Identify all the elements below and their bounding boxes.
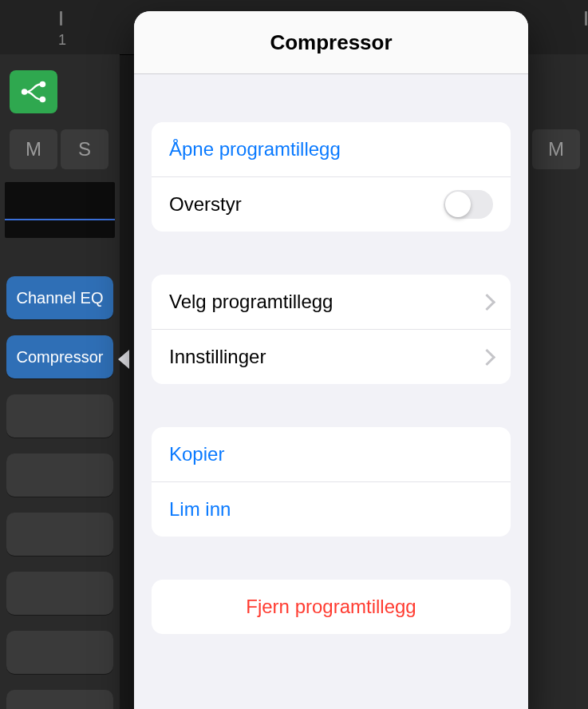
plugin-label: Compressor [17,348,104,366]
popover-group-clipboard: Kopier Lim inn [152,427,511,537]
bypass-label: Overstyr [169,193,242,216]
open-plugin-label: Åpne programtillegg [169,138,341,160]
popover-group-open: Åpne programtillegg Overstyr [152,122,511,232]
paste-label: Lim inn [169,498,231,521]
ruler-tick [60,11,62,26]
ruler-number: 1 [58,32,66,49]
settings-row[interactable]: Innstillinger [152,329,511,384]
popover-title: Compressor [134,11,528,74]
popover-body: Åpne programtillegg Overstyr Velg progra… [134,122,528,666]
open-plugin-row[interactable]: Åpne programtillegg [152,122,511,176]
plugin-slot-empty[interactable] [6,394,113,438]
eq-thumbnail[interactable] [5,182,115,238]
mute-button[interactable]: M [532,129,580,169]
mute-solo-row: M S [10,129,109,169]
choose-plugin-label: Velg programtillegg [169,291,333,313]
mute-button[interactable]: M [10,129,57,169]
chevron-right-icon [479,348,495,365]
choose-plugin-row[interactable]: Velg programtillegg [152,275,511,329]
popover-group-remove: Fjern programtillegg [152,580,511,634]
popover-arrow-icon [118,350,129,369]
plugin-slot-empty[interactable] [6,454,113,497]
toggle-knob-icon [445,192,471,217]
plugin-slot-channel-eq[interactable]: Channel EQ [6,276,113,319]
remove-plugin-label: Fjern programtillegg [246,596,416,618]
plugin-label: Channel EQ [17,289,104,307]
copy-row[interactable]: Kopier [152,427,511,481]
plugin-slot-empty[interactable] [6,513,113,556]
solo-button[interactable]: S [61,129,109,169]
app-background: 1 M S Channel EQ Compressor [0,0,588,709]
settings-label: Innstillinger [169,346,266,368]
channel-strip: M S Channel EQ Compressor [0,54,120,709]
plugin-slot-empty[interactable] [6,572,113,615]
popover-group-select: Velg programtillegg Innstillinger [152,275,511,384]
plugin-popover: Compressor Åpne programtillegg Overstyr … [134,11,528,709]
routing-button[interactable] [10,70,57,113]
paste-row[interactable]: Lim inn [152,481,511,537]
plugin-slot-compressor[interactable]: Compressor [6,335,113,378]
channel-strip-adjacent: M [528,54,588,709]
remove-plugin-row[interactable]: Fjern programtillegg [152,580,511,634]
plugin-slot-empty[interactable] [6,631,113,674]
copy-label: Kopier [169,443,224,465]
eq-curve-icon [5,219,115,220]
bypass-toggle[interactable] [444,190,493,219]
bypass-row[interactable]: Overstyr [152,176,511,232]
routing-icon [18,77,49,107]
plugin-slot-empty[interactable] [6,690,113,709]
ruler-tick [585,11,587,26]
chevron-right-icon [479,293,495,310]
